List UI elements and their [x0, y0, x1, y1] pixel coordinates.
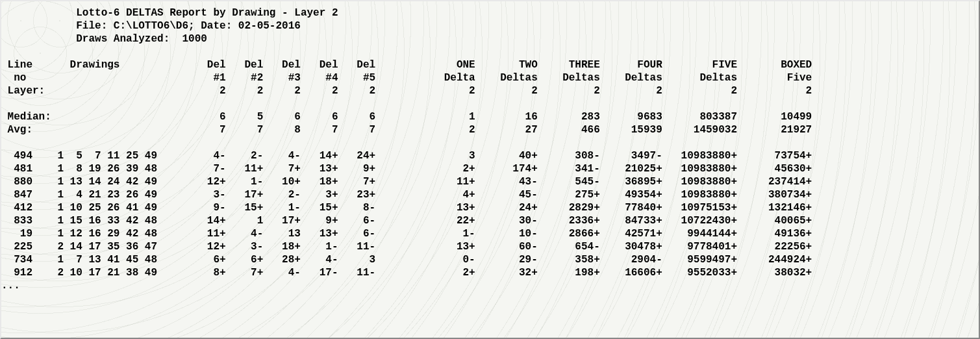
- report-panel: Lotto-6 DELTAS Report by Drawing - Layer…: [0, 0, 980, 339]
